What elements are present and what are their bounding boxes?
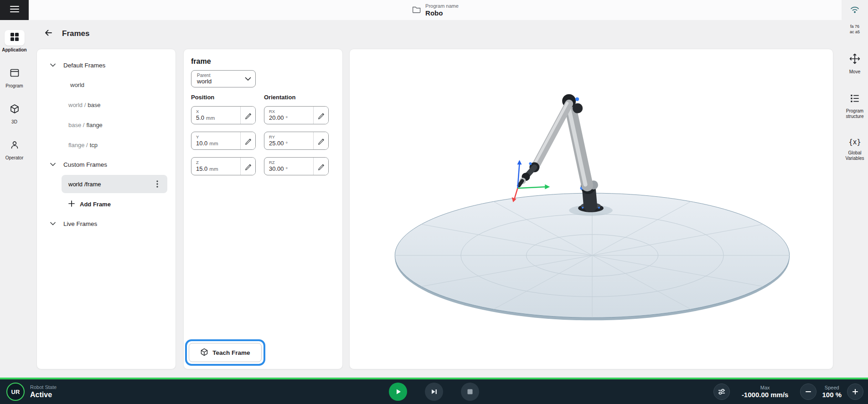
tree-item-flange-tcp[interactable]: flange / tcp [37,135,176,155]
speed-decrease-button[interactable] [800,384,816,400]
cube-3d-icon [10,104,20,116]
stop-button[interactable] [461,383,479,401]
tree-group-live-frames[interactable]: Live Frames [37,214,176,233]
position-y-field[interactable]: Y 10.0 mm [191,132,256,150]
viewport-3d-panel[interactable] [349,49,833,369]
left-sidebar: Application Program 3D Operator [0,20,29,378]
robot-state-value: Active [30,390,57,399]
tree-item-world-base[interactable]: world / base [37,95,176,115]
sidebar-label: Application [2,47,26,52]
edit-orientation-rx-button[interactable] [313,107,328,124]
add-frame-button[interactable]: Add Frame [37,194,176,214]
chevron-down-icon [50,161,56,168]
program-name-display: Program name Robo [412,0,459,20]
speed-value: 100 % [822,391,842,399]
position-header: Position [191,94,256,101]
speed-increase-button[interactable] [847,384,863,400]
app-root: Program name Robo Application Program [0,0,868,404]
play-button[interactable] [389,383,407,401]
orientation-ry-field[interactable]: RY 25.00 ° [264,132,329,150]
robot-state-label: Robot State [30,384,57,390]
chevron-down-icon [50,62,56,69]
teach-frame-label: Teach Frame [212,349,250,356]
program-window-icon [10,68,20,80]
back-button[interactable] [42,27,55,40]
hamburger-icon [10,5,19,15]
teach-frame-button[interactable]: Teach Frame [189,343,262,362]
top-bar: Program name Robo [29,0,842,20]
tree-group-default-frames[interactable]: Default Frames [37,56,176,75]
position-column: Position X 5.0 mm [191,94,256,183]
program-structure-label: Program structure [846,108,864,119]
minus-icon [805,388,812,395]
orientation-rx-field[interactable]: RX 20.00 ° [264,106,329,124]
plus-icon [68,200,75,208]
connection-code: fa 76 ac a5 [842,24,868,35]
back-arrow-icon [44,28,53,39]
tree-item-world-frame-selected[interactable]: world / frame [62,175,167,193]
frames-tree-panel: Default Frames world world / base base /… [36,49,176,369]
tree-item-base-flange[interactable]: base / flange [37,115,176,135]
sidebar-label: Program [5,83,23,88]
orientation-header: Orientation [264,94,329,101]
add-frame-label: Add Frame [80,201,111,208]
right-sidebar: fa 76 ac a5 Move Program structure {x} G… [842,0,868,378]
main-menu-button[interactable] [0,0,29,20]
program-name-value: Robo [425,9,459,17]
sliders-icon [717,387,726,396]
edit-position-z-button[interactable] [240,158,255,175]
move-arrows-icon [849,53,861,66]
item-options-kebab-button[interactable] [152,179,163,189]
global-variables-button[interactable]: {x} Global Variables [842,137,868,161]
speed-display: Speed 100 % [822,385,842,399]
sidebar-label: Operator [5,155,23,160]
edit-orientation-ry-button[interactable] [313,132,328,149]
chevron-down-icon [245,75,251,83]
edit-position-y-button[interactable] [240,132,255,149]
skip-next-icon [429,386,439,397]
stop-icon [465,386,475,397]
move-tool-button[interactable]: Move [842,53,868,75]
speed-label: Speed [825,385,839,391]
sidebar-item-application[interactable]: Application [1,30,28,52]
orientation-column: Orientation RX 20.00 ° [264,94,329,183]
remote-connection-button[interactable] [842,5,868,16]
program-name-label: Program name [425,3,459,9]
tree-group-label: Custom Frames [63,161,107,168]
sidebar-item-operator[interactable]: Operator [1,138,28,160]
sidebar-item-3d[interactable]: 3D [1,102,28,124]
parent-select-label: Parent [197,73,243,78]
connection-signal-icon [849,5,860,16]
plus-icon [852,388,859,395]
sidebar-item-program[interactable]: Program [1,66,28,88]
tree-group-label: Default Frames [63,62,105,69]
tree-group-label: Live Frames [63,220,97,227]
max-speed-display: Max -1000.00 mm/s [742,385,789,399]
edit-orientation-rz-button[interactable] [313,158,328,175]
footer-bar: UR Robot State Active Max -1000.0 [0,378,868,404]
sidebar-label: 3D [11,119,17,124]
program-structure-icon [849,93,860,106]
parent-frame-select[interactable]: Parent world [191,70,256,87]
tree-group-custom-frames[interactable]: Custom Frames [37,155,176,174]
position-z-field[interactable]: Z 15.0 mm [191,157,256,175]
frame-details-panel: frame Parent world Position X 5.0 [183,49,343,369]
connection-code-line: fa 76 [842,24,868,29]
ur-logo-button[interactable]: UR [6,383,25,401]
orientation-rz-field[interactable]: RZ 30.00 ° [264,157,329,175]
tree-item-world[interactable]: world [37,75,176,95]
parent-select-value: world [197,78,243,85]
move-label: Move [849,69,860,75]
frame-title: frame [191,57,335,66]
teach-frame-focus-ring: Teach Frame [185,339,265,366]
play-icon [393,386,403,397]
skip-next-button[interactable] [425,383,443,401]
program-structure-button[interactable]: Program structure [842,93,868,119]
operator-person-icon [10,140,20,152]
application-grid-icon [10,32,20,44]
edit-position-x-button[interactable] [240,107,255,124]
max-label: Max [760,385,770,391]
position-x-field[interactable]: X 5.0 mm [191,106,256,124]
speed-settings-button[interactable] [713,384,730,400]
robot-3d-scene [350,49,833,369]
